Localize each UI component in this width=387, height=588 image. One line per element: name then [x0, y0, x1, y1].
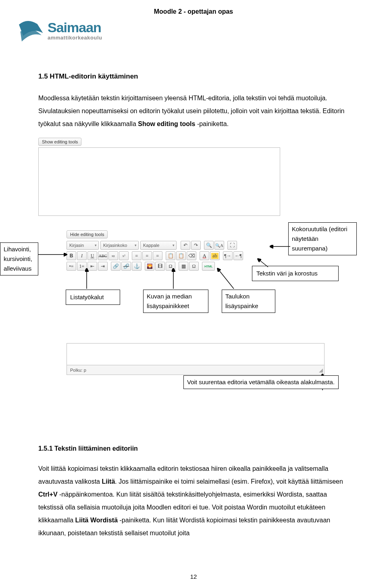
section-heading: 1.5 HTML-editorin käyttäminen [38, 72, 349, 81]
svg-line-2 [258, 259, 268, 267]
subsection-paragraph: Voit liittää kopioimasi tekstin klikkaam… [38, 462, 349, 540]
find-icon[interactable]: 🔍A [214, 241, 224, 250]
insert-image-icon[interactable]: 🌄 [145, 262, 154, 271]
superscript-icon[interactable]: x² [119, 251, 129, 260]
remove-format-icon[interactable]: ⌫ [187, 251, 196, 260]
arrow-icon [214, 267, 238, 291]
bullet-list-icon[interactable]: •≡ [67, 262, 76, 271]
insert-media-icon[interactable]: 🎞 [155, 262, 165, 271]
align-right-icon[interactable]: ≡ [153, 251, 162, 260]
html-source-icon[interactable]: HTML [202, 262, 215, 271]
logo-brand-text: Saimaan [48, 21, 102, 34]
strikethrough-icon[interactable]: ABC [98, 251, 108, 260]
logo-sub-text: ammattikorkeakoulu [48, 35, 102, 40]
subsection-heading: 1.5.1 Tekstin liittäminen editoriin [38, 445, 349, 452]
intro-bold-1: Show editing tools [138, 120, 195, 127]
indent-icon[interactable]: ⇥ [98, 262, 108, 271]
editor-path-bar: Polku: p [67, 365, 325, 375]
intro-paragraph: Moodlessa käytetään tekstin kirjoittamis… [38, 92, 349, 130]
subscript-icon[interactable]: x₂ [108, 251, 118, 260]
undo-icon[interactable]: ↶ [181, 241, 190, 250]
fullscreen-icon[interactable]: ⛶ [227, 241, 237, 250]
arrow-icon [81, 267, 93, 291]
italic-icon[interactable]: I [77, 251, 87, 260]
callout-bold-italic-underline: Lihavointi, kursivointi, alleviivaus [0, 242, 38, 275]
editor-toolbar: Hide editing tools Kirjasin▾ Kirjasinkok… [67, 230, 325, 271]
callout-table: Taulukon lisäyspainke [222, 290, 275, 313]
ltr-icon[interactable]: ¶→ [223, 251, 233, 260]
empty-editor-area[interactable] [38, 147, 280, 216]
logo: Saimaan ammattikorkeakoulu [16, 16, 102, 44]
page-number: 12 [0, 573, 387, 580]
callout-resize: Voit suurentaa editoria vetämällä oikeas… [183, 375, 339, 389]
arrow-icon [256, 257, 272, 269]
underline-icon[interactable]: U [87, 251, 97, 260]
unlink-icon[interactable]: 🔗 [121, 262, 131, 271]
hide-editing-tools-button[interactable]: Hide editing tools [67, 230, 108, 238]
editor-figure: Show editing tools Hide editing tools Ki… [38, 138, 349, 371]
paste-word-icon[interactable]: 📋 [176, 251, 186, 260]
anchor-icon[interactable]: ⚓ [132, 262, 141, 271]
arrow-icon [167, 267, 179, 291]
insert-table-icon[interactable]: ▦ [179, 262, 188, 271]
arrow-icon [268, 242, 292, 251]
intro-text-2: -painiketta. [195, 120, 229, 127]
paste-text-icon[interactable]: 📋 [166, 251, 175, 260]
redo-icon[interactable]: ↷ [191, 241, 201, 250]
align-center-icon[interactable]: ≡ [142, 251, 152, 260]
align-left-icon[interactable]: ≡ [132, 251, 141, 260]
font-size-select[interactable]: Kirjasinkoko▾ [100, 241, 139, 250]
background-color-icon[interactable]: ab [210, 251, 220, 260]
svg-line-5 [218, 269, 234, 289]
arrow-icon [38, 251, 71, 259]
find-replace-icon[interactable]: 🔍 [204, 241, 214, 250]
callout-fullscreen: Kokoruututila (editori näytetään suuremp… [288, 222, 357, 255]
rtl-icon[interactable]: ←¶ [233, 251, 243, 260]
text-color-icon[interactable]: A [200, 251, 209, 260]
font-family-select[interactable]: Kirjasin▾ [67, 241, 99, 250]
logo-swoosh-icon [16, 16, 44, 44]
paragraph-format-select[interactable]: Kappale▾ [140, 241, 177, 250]
link-icon[interactable]: 🔗 [111, 262, 121, 271]
callout-image-media: Kuvan ja median lisäyspainikkeet [143, 290, 208, 313]
special-char-icon[interactable]: Ω [189, 262, 199, 271]
path-label: Polku: p [67, 368, 89, 373]
show-editing-tools-button[interactable]: Show editing tools [38, 138, 81, 146]
callout-list-tools: Listatyökalut [66, 290, 120, 305]
document-header-title: Moodle 2 - opettajan opas [0, 8, 387, 15]
